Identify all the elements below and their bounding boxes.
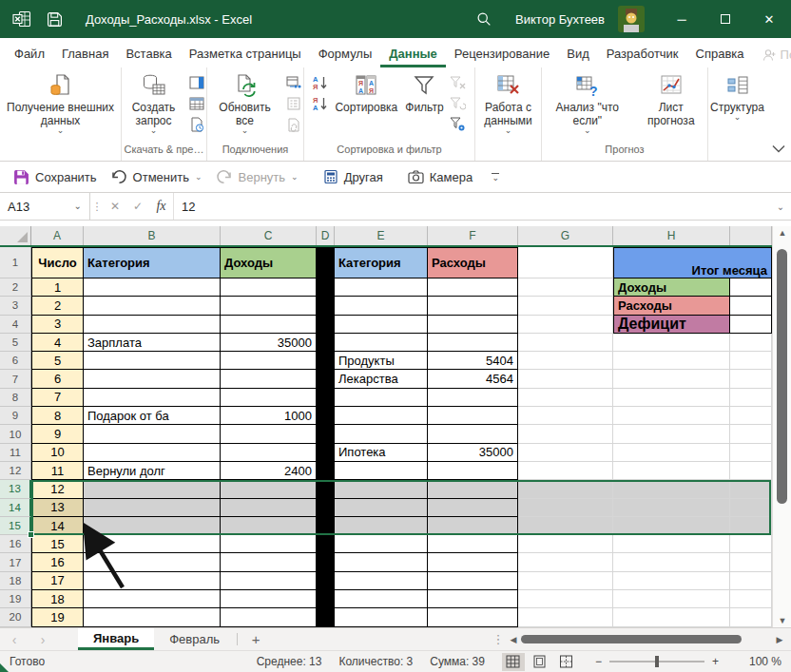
sort-asc-icon[interactable]: АЯ — [311, 74, 330, 91]
row-header-20[interactable]: 20 — [0, 608, 31, 626]
minimize-button[interactable]: ─ — [660, 0, 704, 38]
tab-insert[interactable]: Вставка — [117, 41, 180, 67]
cell-G19[interactable] — [518, 590, 613, 608]
cell-A12[interactable]: 11 — [31, 462, 84, 480]
cell-G3[interactable] — [518, 297, 613, 315]
cell-E9[interactable] — [335, 407, 428, 425]
cell-C8[interactable] — [221, 389, 317, 407]
cell-A18[interactable]: 17 — [31, 572, 84, 590]
cell-D17[interactable] — [317, 553, 335, 571]
cell-C17[interactable] — [221, 553, 317, 571]
cell-A15[interactable]: 14 — [31, 517, 84, 535]
cell-A20[interactable]: 19 — [31, 608, 84, 626]
zoom-in-icon[interactable]: + — [712, 655, 719, 668]
cell-H1[interactable]: Итог месяца — [613, 247, 772, 278]
cell-F6[interactable]: 5404 — [428, 352, 518, 370]
cell-E14[interactable] — [335, 499, 428, 517]
user-name[interactable]: Виктор Бухтеев — [515, 12, 605, 27]
cell-H9[interactable] — [613, 407, 730, 425]
collapse-ribbon-button[interactable] — [766, 67, 791, 161]
cell-C7[interactable] — [221, 370, 317, 388]
cell-C19[interactable] — [221, 590, 317, 608]
row-header-1[interactable]: 1 — [0, 247, 31, 278]
enter-icon[interactable]: ✓ — [126, 193, 149, 220]
cell-F1[interactable]: Расходы — [428, 247, 518, 278]
cell-D8[interactable] — [317, 389, 335, 407]
sheet-tab-january[interactable]: Январь — [78, 628, 154, 650]
cell-G11[interactable] — [518, 444, 613, 462]
connections-icon[interactable] — [284, 74, 303, 91]
insert-function-icon[interactable]: fx — [149, 193, 174, 220]
cell-I9[interactable] — [730, 407, 772, 425]
cell-D19[interactable] — [317, 590, 335, 608]
quick-save-icon[interactable] — [44, 9, 65, 29]
cell-E4[interactable] — [335, 316, 428, 334]
cell-D10[interactable] — [317, 425, 335, 443]
cell-H15[interactable] — [613, 517, 730, 535]
tab-help[interactable]: Справка — [687, 41, 753, 67]
cell-I20[interactable] — [730, 608, 772, 626]
zoom-percentage[interactable]: 100 % — [736, 655, 781, 668]
cell-I10[interactable] — [730, 425, 772, 443]
row-header-18[interactable]: 18 — [0, 572, 31, 590]
cell-G2[interactable] — [518, 278, 613, 297]
horizontal-scrollbar[interactable]: ◀ ▶ — [506, 628, 791, 650]
cell-D14[interactable] — [317, 499, 335, 517]
select-all-corner[interactable] — [0, 226, 31, 245]
cell-I15[interactable] — [730, 517, 772, 535]
cell-E8[interactable] — [335, 389, 428, 407]
cell-C18[interactable] — [221, 572, 317, 590]
cell-F13[interactable] — [428, 480, 518, 498]
name-box[interactable]: A13 ⌄ — [0, 193, 90, 220]
row-header-10[interactable]: 10 — [0, 425, 31, 443]
cell-B7[interactable] — [84, 370, 221, 388]
scroll-right-icon[interactable]: ▶ — [772, 635, 787, 644]
cell-D11[interactable] — [317, 444, 335, 462]
cell-F20[interactable] — [428, 608, 518, 626]
cell-H12[interactable] — [613, 462, 730, 480]
cell-F5[interactable] — [428, 334, 518, 352]
cell-H5[interactable] — [613, 334, 730, 352]
cell-A14[interactable]: 13 — [31, 499, 84, 517]
cell-H10[interactable] — [613, 425, 730, 443]
row-header-5[interactable]: 5 — [0, 334, 31, 352]
cell-E20[interactable] — [335, 608, 428, 626]
edit-links-icon[interactable] — [284, 116, 303, 133]
cell-H20[interactable] — [613, 608, 730, 626]
cell-I16[interactable] — [730, 535, 772, 553]
row-header-6[interactable]: 6 — [0, 352, 31, 370]
cell-B20[interactable] — [84, 608, 221, 626]
tab-developer[interactable]: Разработчик — [598, 41, 687, 67]
outline-button[interactable]: Структура ⌄ — [707, 72, 767, 144]
tab-bar-divider[interactable]: ⋮ — [491, 628, 506, 650]
cell-D15[interactable] — [317, 517, 335, 535]
cell-H17[interactable] — [613, 553, 730, 571]
cell-G20[interactable] — [518, 608, 613, 626]
row-header-11[interactable]: 11 — [0, 444, 31, 462]
cell-B4[interactable] — [84, 316, 221, 334]
cell-C5[interactable]: 35000 — [221, 334, 317, 352]
cell-F11[interactable]: 35000 — [428, 444, 518, 462]
cell-G14[interactable] — [518, 499, 613, 517]
cell-H18[interactable] — [613, 572, 730, 590]
row-header-12[interactable]: 12 — [0, 462, 31, 480]
col-header-D[interactable]: D — [317, 226, 335, 245]
forecast-sheet-button[interactable]: Лист прогноза — [635, 72, 707, 144]
cell-I3[interactable] — [730, 297, 772, 315]
undo-dropdown-icon[interactable]: ⌄ — [195, 172, 203, 182]
col-header-F[interactable]: F — [428, 226, 518, 245]
share-button[interactable]: Поделиться — [753, 42, 791, 67]
cell-G10[interactable] — [518, 425, 613, 443]
cell-B1[interactable]: Категория — [84, 247, 221, 278]
cell-A17[interactable]: 16 — [31, 553, 84, 571]
cell-D5[interactable] — [317, 334, 335, 352]
cell-H8[interactable] — [613, 389, 730, 407]
tab-page-layout[interactable]: Разметка страницы — [181, 41, 310, 67]
row-header-3[interactable]: 3 — [0, 297, 31, 315]
search-icon[interactable] — [470, 11, 498, 27]
cell-A3[interactable]: 2 — [31, 297, 84, 315]
formula-input[interactable]: 12 — [174, 193, 770, 220]
cell-D18[interactable] — [317, 572, 335, 590]
cell-D4[interactable] — [317, 316, 335, 334]
cell-B12[interactable]: Вернули долг — [84, 462, 221, 480]
